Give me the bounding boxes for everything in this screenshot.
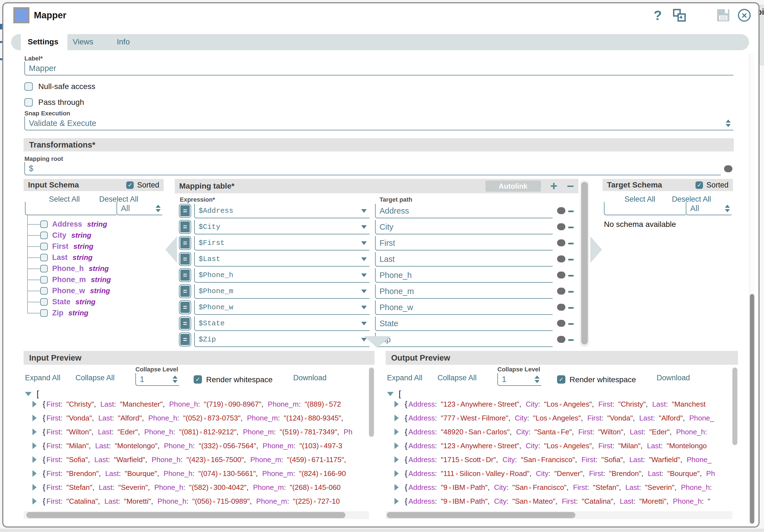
expand-arrow-icon[interactable] [395,443,399,449]
expression-dropdown-caret-icon[interactable] [361,273,367,277]
expression-toggle-button[interactable]: = [179,284,191,298]
expression-toggle-button[interactable]: = [179,316,191,330]
target-path-input[interactable]: Phone_h [375,268,553,283]
expand-arrow-icon[interactable] [395,456,399,463]
expand-arrow-icon[interactable] [33,429,37,435]
autolink-button[interactable]: Autolink [485,181,541,192]
expression-input[interactable]: $State [194,316,369,331]
input-schema-sorted-checkbox[interactable]: ✓ [126,181,134,189]
schema-field-checkbox[interactable]: ✓ [40,298,48,306]
schema-field-name[interactable]: Phone_h [52,264,84,273]
collapse-down-chevron-icon[interactable] [364,336,391,348]
schema-field-name[interactable]: First [52,242,69,251]
delete-icon[interactable] [694,8,708,22]
remove-mapping-icon[interactable] [568,243,574,244]
expression-input[interactable]: $Phone_m [194,284,369,299]
collapse-right-chevron-icon[interactable] [590,236,602,263]
collapse-arrow-icon[interactable] [25,392,32,396]
expression-toggle-button[interactable]: = [179,268,191,282]
schema-field-checkbox[interactable]: ✓ [40,232,48,239]
comment-bubble-icon[interactable] [557,239,565,246]
remove-mapping-icon[interactable] [568,275,574,276]
expand-arrow-icon[interactable] [33,456,37,463]
expression-dropdown-caret-icon[interactable] [361,258,367,261]
expand-arrow-icon[interactable] [33,443,37,449]
comment-bubble-icon[interactable] [557,271,565,278]
schema-field-name[interactable]: City [52,231,66,240]
expand-arrow-icon[interactable] [395,401,399,408]
input-schema-type-filter[interactable]: All [116,202,162,215]
expression-toggle-button[interactable]: = [179,300,191,314]
expression-input[interactable]: $City [194,220,369,234]
duplicate-icon[interactable]: ▶ [672,8,686,22]
output-preview-hscrollbar-thumb[interactable] [387,512,575,518]
expression-toggle-button[interactable]: = [179,220,191,234]
target-path-input[interactable]: Phone_m [375,284,553,299]
tab-settings[interactable]: Settings [28,38,58,46]
output-preview-collapse-all[interactable]: Collapse All [438,374,477,382]
expand-arrow-icon[interactable] [33,415,37,421]
schema-field-checkbox[interactable]: ✓ [40,276,48,283]
schema-field-checkbox[interactable]: ✓ [40,243,48,250]
expression-dropdown-caret-icon[interactable] [361,225,367,229]
output-preview-collapse-level-input[interactable]: 1 [497,373,541,386]
target-path-input[interactable]: Last [375,252,553,266]
expression-input[interactable]: $First [194,236,369,251]
expression-toggle-button[interactable]: = [179,204,191,218]
comment-bubble-icon[interactable] [557,320,565,327]
schema-field-name[interactable]: Last [52,253,68,262]
target-path-input[interactable]: Address [375,204,553,218]
expand-arrow-icon[interactable] [395,484,399,491]
input-preview-render-whitespace-checkbox[interactable]: ✓ [194,375,202,384]
schema-field-name[interactable]: Address [52,220,82,229]
schema-field-name[interactable]: State [52,298,71,306]
input-preview-collapse-all[interactable]: Collapse All [76,374,114,382]
expression-dropdown-caret-icon[interactable] [361,322,367,325]
schema-field-checkbox[interactable]: ✓ [40,287,48,294]
expression-toggle-button[interactable]: = [179,333,191,346]
target-path-input[interactable]: First [375,236,553,251]
target-schema-type-filter[interactable]: All [686,202,731,215]
expand-arrow-icon[interactable] [395,429,399,435]
remove-mapping-icon[interactable] [568,291,574,293]
expression-dropdown-caret-icon[interactable] [361,289,367,293]
snap-execution-select[interactable]: Validate & Execute [24,116,733,130]
target-path-input[interactable]: Zip [375,333,553,347]
schema-field-checkbox[interactable]: ✓ [40,309,48,317]
expand-arrow-icon[interactable] [33,470,37,477]
mapping-table-scrollbar-thumb[interactable] [581,182,588,344]
target-path-input[interactable]: City [375,220,553,234]
schema-field-checkbox[interactable]: ✓ [40,265,48,272]
input-preview-hscrollbar-thumb[interactable] [26,512,345,518]
output-preview-vscrollbar-thumb[interactable] [732,368,737,445]
comment-bubble-icon[interactable] [557,288,565,294]
schema-field-name[interactable]: Phone_m [52,275,86,284]
output-preview-expand-all[interactable]: Expand All [387,374,423,382]
tab-info[interactable]: Info [117,38,130,46]
comment-bubble-icon[interactable] [557,223,565,230]
schema-field-name[interactable]: Phone_w [52,286,85,295]
remove-mapping-icon[interactable] [568,307,574,309]
tab-views[interactable]: Views [73,38,93,46]
schema-field-name[interactable]: Zip [52,309,64,317]
input-preview-expand-all[interactable]: Expand All [25,374,61,382]
expression-dropdown-caret-icon[interactable] [361,241,367,245]
mapping-root-input[interactable]: $ [24,162,721,175]
target-schema-sorted-checkbox[interactable]: ✓ [695,181,703,189]
input-preview-vscrollbar-thumb[interactable] [369,368,374,437]
expression-input[interactable]: $Address [194,204,369,218]
comment-bubble-icon[interactable] [557,304,565,311]
expression-input[interactable]: $Zip [194,333,369,347]
remove-mapping-icon[interactable] [568,211,574,212]
comment-bubble-icon[interactable] [557,207,565,214]
collapse-arrow-icon[interactable] [387,392,394,396]
label-field-input[interactable]: Mapper [24,62,733,76]
remove-row-button[interactable]: − [567,180,574,192]
output-preview-download[interactable]: Download [657,374,690,382]
comment-bubble-icon[interactable] [724,165,732,172]
expression-input[interactable]: $Phone_h [194,268,369,283]
expand-arrow-icon[interactable] [395,470,399,477]
expression-toggle-button[interactable]: = [179,252,191,266]
add-row-button[interactable]: + [550,180,558,192]
expand-arrow-icon[interactable] [33,498,37,504]
